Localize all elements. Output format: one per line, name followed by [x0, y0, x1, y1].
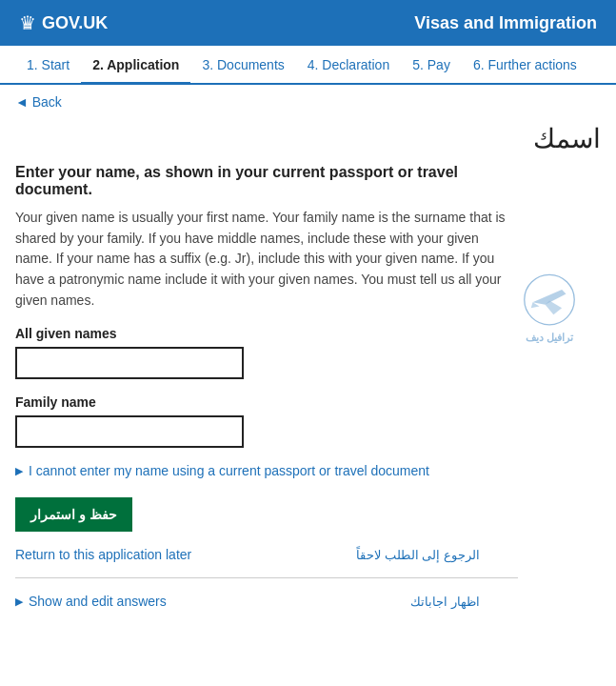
watermark-logo: ترافيل ديف [502, 272, 597, 344]
site-header: ♛ GOV.UK Visas and Immigration [0, 0, 616, 46]
show-edit-arabic[interactable]: اظهار اجاباتك [410, 595, 480, 609]
family-name-input[interactable] [15, 415, 244, 448]
show-edit-row: ▶ Show and edit answers اظهار اجاباتك [15, 594, 518, 609]
nav-item-pay[interactable]: 5. Pay [401, 46, 462, 85]
nav-item-further-actions[interactable]: 6. Further actions [462, 46, 588, 85]
site-title: Visas and Immigration [414, 13, 597, 33]
nav-item-application[interactable]: 2. Application [81, 46, 190, 85]
triangle-icon: ▶ [15, 465, 23, 477]
return-link-row: Return to this application later الرجوع … [15, 547, 518, 562]
watermark-text: ترافيل ديف [502, 332, 597, 344]
given-names-label: All given names [15, 326, 518, 341]
show-edit-triangle-icon: ▶ [15, 595, 23, 608]
gov-logo: ♛ GOV.UK [19, 11, 108, 34]
family-name-label: Family name [15, 394, 518, 410]
given-names-input[interactable] [15, 347, 244, 379]
plane-logo-svg [516, 272, 583, 329]
nav-item-documents[interactable]: 3. Documents [190, 46, 295, 85]
family-name-group: Family name [15, 394, 518, 448]
given-names-group: All given names [15, 326, 518, 379]
crown-icon: ♛ [19, 11, 36, 34]
divider [15, 577, 518, 578]
passport-link[interactable]: I cannot enter my name using a current p… [29, 463, 429, 478]
back-link[interactable]: ◄ Back [15, 94, 62, 110]
save-continue-button[interactable]: حفظ و استمرار [15, 497, 132, 532]
form-section: Enter your name, as shown in your curren… [0, 164, 533, 628]
arabic-page-title: اسمك [0, 119, 616, 164]
gov-logo-text: GOV.UK [42, 13, 108, 33]
main-content: اسمك Enter your name, as shown in your c… [0, 119, 616, 628]
nav-item-start[interactable]: 1. Start [15, 46, 81, 85]
show-edit-link[interactable]: Show and edit answers [29, 594, 167, 609]
return-link-arabic[interactable]: الرجوع إلى الطلب لاحقاً [356, 548, 480, 562]
back-link-wrapper: ◄ Back [0, 85, 616, 119]
passport-link-wrapper: ▶ I cannot enter my name using a current… [15, 463, 518, 478]
form-heading: Enter your name, as shown in your curren… [15, 164, 518, 198]
nav-item-declaration[interactable]: 4. Declaration [296, 46, 401, 85]
progress-nav: 1. Start 2. Application 3. Documents 4. … [0, 46, 616, 85]
return-link[interactable]: Return to this application later [15, 547, 191, 562]
show-edit-link-wrapper: ▶ Show and edit answers [15, 594, 167, 609]
form-description: Your given name is usually your first na… [15, 208, 518, 311]
